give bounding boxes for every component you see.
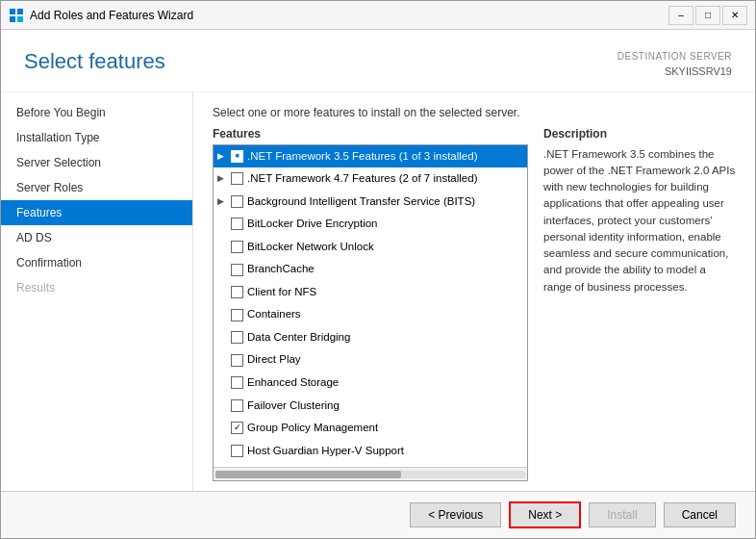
sidebar-item-features[interactable]: Features <box>1 200 192 225</box>
expand-arrow-client-nfs <box>217 285 231 299</box>
expand-arrow-bitlocker-unlock <box>217 240 231 254</box>
next-button[interactable]: Next > <box>509 501 581 528</box>
feature-item-net35[interactable]: ▶ .NET Framework 3.5 Features (1 of 3 in… <box>214 145 527 168</box>
feature-label-branchcache: BranchCache <box>247 260 315 279</box>
checkbox-enhanced-storage[interactable] <box>231 376 243 389</box>
main-wrapper: Select features DESTINATION SERVER SKYII… <box>1 30 755 538</box>
feature-label-failover: Failover Clustering <box>247 397 340 416</box>
sidebar-item-ad-ds[interactable]: AD DS <box>1 225 192 250</box>
checkbox-bitlocker-enc[interactable] <box>231 218 243 230</box>
expand-arrow-datacenter <box>217 330 231 345</box>
checkbox-containers[interactable] <box>231 309 243 321</box>
checkbox-group-policy[interactable] <box>231 422 243 434</box>
sidebar-item-server-selection[interactable]: Server Selection <box>1 150 192 175</box>
sidebar-item-before-you-begin[interactable]: Before You Begin <box>1 100 192 125</box>
expand-arrow-branchcache <box>217 262 231 276</box>
checkbox-failover[interactable] <box>231 399 243 412</box>
scrollbar-thumb <box>215 471 401 478</box>
checkbox-direct-play[interactable] <box>231 354 243 367</box>
sidebar-item-confirmation[interactable]: Confirmation <box>1 250 192 275</box>
feature-item-net47[interactable]: ▶ .NET Framework 4.7 Features (2 of 7 in… <box>214 167 527 191</box>
checkbox-branchcache[interactable] <box>231 264 243 276</box>
feature-item-containers[interactable]: Containers <box>214 303 527 326</box>
main-body: Features ▶ .NET Framework 3.5 Features (… <box>193 127 755 492</box>
server-name: SKYIISSRV19 <box>617 64 732 80</box>
expand-arrow-failover <box>217 398 231 413</box>
checkbox-net47[interactable] <box>231 172 243 185</box>
main-content: Select one or more features to install o… <box>193 92 755 492</box>
maximize-button[interactable]: □ <box>695 6 720 25</box>
feature-label-bits: Background Intelligent Transfer Service … <box>247 192 475 212</box>
checkbox-bits[interactable] <box>231 195 243 208</box>
sidebar-item-results: Results <box>1 275 192 300</box>
feature-label-direct-play: Direct Play <box>247 350 301 370</box>
previous-button[interactable]: < Previous <box>410 502 501 527</box>
feature-item-enhanced-storage[interactable]: Enhanced Storage <box>214 372 527 395</box>
sidebar-item-installation-type[interactable]: Installation Type <box>1 125 192 150</box>
main-window: Add Roles and Features Wizard – □ ✕ Sele… <box>0 0 756 539</box>
expand-arrow-bits[interactable]: ▶ <box>217 194 231 209</box>
expand-arrow-host-guardian <box>217 444 231 458</box>
checkbox-host-guardian[interactable] <box>231 445 243 457</box>
expand-arrow-net35[interactable]: ▶ <box>217 149 231 164</box>
feature-item-bits[interactable]: ▶ Background Intelligent Transfer Servic… <box>214 191 527 214</box>
feature-label-net35: .NET Framework 3.5 Features (1 of 3 inst… <box>247 147 477 167</box>
feature-label-enhanced-storage: Enhanced Storage <box>247 373 339 393</box>
scrollbar-track <box>215 471 525 478</box>
server-info: DESTINATION SERVER SKYIISSRV19 <box>617 49 732 80</box>
body-area: Before You Begin Installation Type Serve… <box>1 92 755 492</box>
feature-item-branchcache[interactable]: BranchCache <box>214 258 527 281</box>
footer: < Previous Next > Install Cancel <box>1 491 755 538</box>
window-controls: – □ ✕ <box>668 6 747 25</box>
description-text: .NET Framework 3.5 combines the power of… <box>543 146 736 295</box>
instruction-text: Select one or more features to install o… <box>213 106 736 119</box>
close-button[interactable]: ✕ <box>722 6 747 25</box>
expand-arrow-net47[interactable]: ▶ <box>217 171 231 186</box>
description-panel: Description .NET Framework 3.5 combines … <box>543 127 736 482</box>
feature-item-datacenter[interactable]: Data Center Bridging <box>214 326 527 349</box>
main-instruction: Select one or more features to install o… <box>193 92 755 127</box>
minimize-button[interactable]: – <box>668 6 693 25</box>
sidebar-item-server-roles[interactable]: Server Roles <box>1 175 192 200</box>
window-title: Add Roles and Features Wizard <box>30 9 668 22</box>
checkbox-datacenter[interactable] <box>231 331 243 344</box>
feature-label-bitlocker-enc: BitLocker Drive Encryption <box>247 215 378 234</box>
features-list[interactable]: ▶ .NET Framework 3.5 Features (1 of 3 in… <box>214 145 527 468</box>
svg-rect-2 <box>10 16 15 22</box>
app-icon <box>9 8 24 23</box>
features-list-container: ▶ .NET Framework 3.5 Features (1 of 3 in… <box>213 144 528 482</box>
feature-item-client-nfs[interactable]: Client for NFS <box>214 281 527 304</box>
features-panel: Features ▶ .NET Framework 3.5 Features (… <box>213 127 528 482</box>
feature-item-bitlocker-unlock[interactable]: BitLocker Network Unlock <box>214 236 527 259</box>
feature-item-group-policy[interactable]: Group Policy Management <box>214 417 527 440</box>
feature-label-net47: .NET Framework 4.7 Features (2 of 7 inst… <box>247 169 477 189</box>
horizontal-scrollbar[interactable] <box>214 467 527 480</box>
server-label: DESTINATION SERVER <box>617 49 732 64</box>
feature-item-failover[interactable]: Failover Clustering <box>214 395 527 418</box>
feature-label-host-guardian: Host Guardian Hyper-V Support <box>247 442 404 461</box>
feature-item-direct-play[interactable]: Direct Play <box>214 348 527 372</box>
features-label: Features <box>213 127 528 141</box>
expand-arrow-enhanced-storage <box>217 375 231 390</box>
checkbox-net35[interactable] <box>231 150 243 163</box>
svg-rect-0 <box>10 9 15 14</box>
install-button[interactable]: Install <box>589 502 655 527</box>
expand-arrow-group-policy <box>217 421 231 435</box>
expand-arrow-containers <box>217 307 231 321</box>
description-label: Description <box>543 127 736 141</box>
svg-rect-3 <box>17 16 23 22</box>
expand-arrow-bitlocker-enc <box>217 217 231 231</box>
page-title: Select features <box>24 49 165 74</box>
feature-label-containers: Containers <box>247 305 301 324</box>
feature-item-bitlocker-enc[interactable]: BitLocker Drive Encryption <box>214 213 527 236</box>
title-bar: Add Roles and Features Wizard – □ ✕ <box>1 1 755 30</box>
feature-label-bitlocker-unlock: BitLocker Network Unlock <box>247 238 374 257</box>
feature-label-group-policy: Group Policy Management <box>247 419 378 438</box>
feature-label-datacenter: Data Center Bridging <box>247 328 350 347</box>
sidebar: Before You Begin Installation Type Serve… <box>1 92 193 492</box>
svg-rect-1 <box>17 9 23 14</box>
feature-item-host-guardian[interactable]: Host Guardian Hyper-V Support <box>214 440 527 463</box>
checkbox-bitlocker-unlock[interactable] <box>231 241 243 253</box>
cancel-button[interactable]: Cancel <box>664 502 736 527</box>
checkbox-client-nfs[interactable] <box>231 286 243 298</box>
